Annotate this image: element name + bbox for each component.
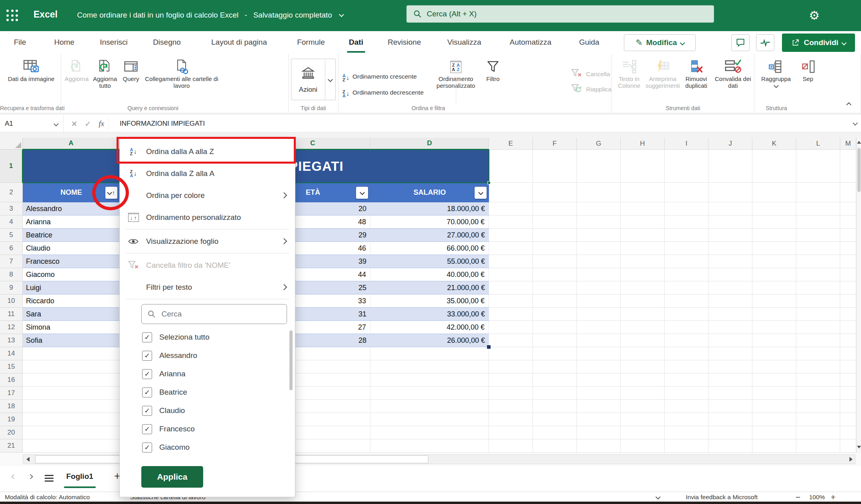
cell-G11[interactable] <box>577 308 621 321</box>
cell-G5[interactable] <box>577 229 621 242</box>
cell-K19[interactable] <box>752 413 796 426</box>
cell-K12[interactable] <box>752 321 796 334</box>
cell-F19[interactable] <box>533 413 577 426</box>
azioni-dropdown[interactable] <box>325 59 335 100</box>
cell-G4[interactable] <box>577 215 621 229</box>
cell-F4[interactable] <box>533 215 577 229</box>
column-header-G[interactable]: G <box>577 138 621 150</box>
cell-E3[interactable] <box>489 202 533 215</box>
ribbon-item-collegamenti-alle-cartelle-di-lavoro[interactable]: Collegamenti alle cartelle di lavoro <box>143 58 221 89</box>
cell-E21[interactable] <box>489 439 533 453</box>
cell-M4[interactable] <box>840 215 856 229</box>
cell-J21[interactable] <box>709 439 752 453</box>
cell-E17[interactable] <box>489 387 533 400</box>
cell-I9[interactable] <box>665 281 709 294</box>
row-header-5[interactable]: 5 <box>0 229 23 242</box>
cell-G17[interactable] <box>577 387 621 400</box>
cell-D5-salario[interactable]: 27.000,00 € <box>370 229 489 242</box>
cell-G19[interactable] <box>577 413 621 426</box>
cell-I14[interactable] <box>665 347 709 360</box>
cell-H21[interactable] <box>621 439 665 453</box>
column-header-J[interactable]: J <box>709 138 752 150</box>
row-header-7[interactable]: 7 <box>0 255 23 268</box>
cell-K9[interactable] <box>752 281 796 294</box>
cell-E4[interactable] <box>489 215 533 229</box>
calc-mode-status[interactable]: Modalità di calcolo: Automatico <box>5 492 90 502</box>
ribbon-item-convalida-dei-dati[interactable]: Convalida dei dati <box>712 58 754 89</box>
cell-K10[interactable] <box>752 294 796 308</box>
zoom-level[interactable]: 100% <box>809 492 825 502</box>
cell-G18[interactable] <box>577 400 621 413</box>
tab-automatizza[interactable]: Automatizza <box>510 38 552 47</box>
cell-A17[interactable] <box>23 387 120 400</box>
cell-F13[interactable] <box>533 334 577 347</box>
cell-A12-nome[interactable]: Simona <box>23 321 120 334</box>
status-expand-chevron-icon[interactable] <box>655 494 661 500</box>
cell-H8[interactable] <box>621 268 665 281</box>
cell-M8[interactable] <box>840 268 856 281</box>
cell-F21[interactable] <box>533 439 577 453</box>
cell-E20[interactable] <box>489 426 533 439</box>
ribbon-item-ordinamento-crescente[interactable]: AZ↓Ordinamento crescente <box>342 70 424 83</box>
cell-L13[interactable] <box>796 334 840 347</box>
cell-H6[interactable] <box>621 242 665 255</box>
cell-A5-nome[interactable]: Beatrice <box>23 229 120 242</box>
cell-F10[interactable] <box>533 294 577 308</box>
cell-J12[interactable] <box>709 321 752 334</box>
cell-M17[interactable] <box>840 387 856 400</box>
filter-checkbox-francesco[interactable]: Francesco <box>120 420 295 438</box>
cell-F18[interactable] <box>533 400 577 413</box>
cell-A16[interactable] <box>23 374 120 387</box>
name-box[interactable]: A1 <box>0 115 64 132</box>
vertical-scrollbar[interactable] <box>856 138 861 453</box>
cell-D15[interactable] <box>370 360 489 374</box>
cell-J1[interactable] <box>709 150 752 183</box>
ribbon-item-filtro[interactable]: Filtro <box>482 58 505 82</box>
cell-D4-salario[interactable]: 70.000,00 € <box>370 215 489 229</box>
settings-gear-icon[interactable]: ⚙ <box>806 7 822 23</box>
cell-E6[interactable] <box>489 242 533 255</box>
cell-D19[interactable] <box>370 413 489 426</box>
cell-A10-nome[interactable]: Riccardo <box>23 294 120 308</box>
cell-G14[interactable] <box>577 347 621 360</box>
cell-I6[interactable] <box>665 242 709 255</box>
cell-H3[interactable] <box>621 202 665 215</box>
cell-I18[interactable] <box>665 400 709 413</box>
cell-A4-nome[interactable]: Arianna <box>23 215 120 229</box>
cell-A21[interactable] <box>23 439 120 453</box>
cell-L12[interactable] <box>796 321 840 334</box>
cell-L10[interactable] <box>796 294 840 308</box>
column-header-K[interactable]: K <box>752 138 796 150</box>
cell-L16[interactable] <box>796 374 840 387</box>
column-header-F[interactable]: F <box>533 138 577 150</box>
cell-F20[interactable] <box>533 426 577 439</box>
cell-D21[interactable] <box>370 439 489 453</box>
insert-function-icon[interactable]: fx <box>96 118 107 129</box>
cell-L4[interactable] <box>796 215 840 229</box>
cell-A20[interactable] <box>23 426 120 439</box>
cell-F17[interactable] <box>533 387 577 400</box>
cell-F9[interactable] <box>533 281 577 294</box>
cell-L6[interactable] <box>796 242 840 255</box>
row-header-11[interactable]: 11 <box>0 308 23 321</box>
tab-formule[interactable]: Formule <box>297 38 325 47</box>
cell-F11[interactable] <box>533 308 577 321</box>
checkbox-checked-icon[interactable] <box>142 332 152 342</box>
cell-E14[interactable] <box>489 347 533 360</box>
cell-G9[interactable] <box>577 281 621 294</box>
comments-button[interactable] <box>731 34 750 51</box>
scroll-up-icon[interactable] <box>857 141 861 144</box>
cell-M11[interactable] <box>840 308 856 321</box>
cell-M7[interactable] <box>840 255 856 268</box>
cell-K16[interactable] <box>752 374 796 387</box>
cell-L19[interactable] <box>796 413 840 426</box>
cell-E8[interactable] <box>489 268 533 281</box>
checkbox-checked-icon[interactable] <box>142 424 152 434</box>
filter-button-età[interactable] <box>356 187 368 199</box>
cell-L18[interactable] <box>796 400 840 413</box>
tab-layout-di-pagina[interactable]: Layout di pagina <box>211 38 267 47</box>
cell-I19[interactable] <box>665 413 709 426</box>
tab-disegno[interactable]: Disegno <box>153 38 181 47</box>
cell-I5[interactable] <box>665 229 709 242</box>
cell-J10[interactable] <box>709 294 752 308</box>
